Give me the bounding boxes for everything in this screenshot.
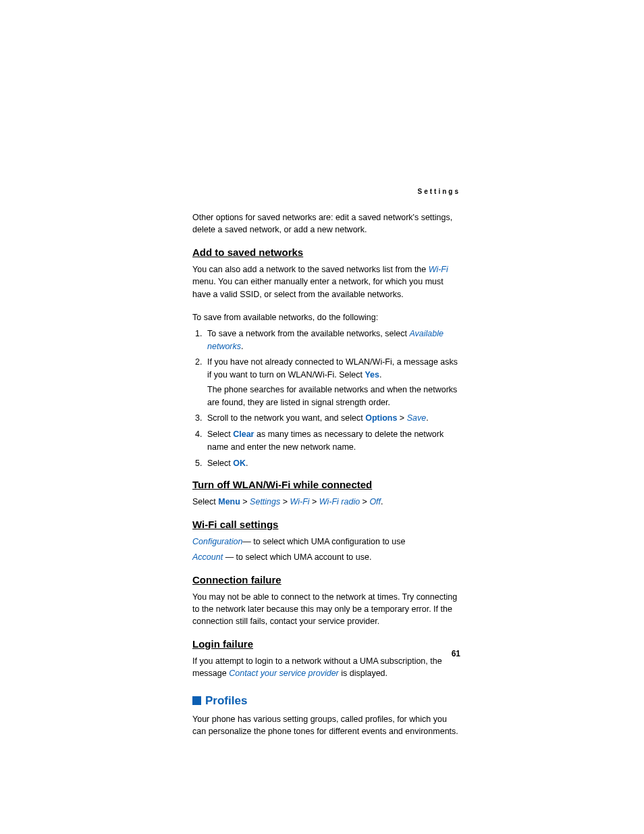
- paragraph: Select Menu > Settings > Wi-Fi > Wi-Fi r…: [192, 496, 460, 508]
- heading-profiles: Profiles: [192, 694, 460, 708]
- text: .: [246, 459, 248, 468]
- list-item: Scroll to the network you want, and sele…: [205, 412, 460, 425]
- intro-paragraph: Other options for saved networks are: ed…: [192, 211, 460, 236]
- link-ok[interactable]: OK: [233, 459, 246, 468]
- text: >: [360, 497, 369, 506]
- link-settings[interactable]: Settings: [250, 497, 280, 506]
- link-configuration[interactable]: Configuration: [192, 537, 242, 546]
- link-yes[interactable]: Yes: [365, 370, 379, 380]
- header-label: Settings: [192, 188, 460, 195]
- link-menu[interactable]: Menu: [218, 497, 240, 506]
- link-wifi[interactable]: Wi-Fi: [290, 497, 310, 506]
- text: .: [241, 342, 243, 351]
- text: To save a network from the available net…: [207, 329, 409, 338]
- paragraph: The phone searches for available network…: [207, 384, 460, 409]
- heading-turn-off-wlan: Turn off WLAN/Wi-Fi while connected: [192, 479, 460, 490]
- heading-wifi-call-settings: Wi-Fi call settings: [192, 519, 460, 530]
- square-bullet-icon: [192, 696, 201, 705]
- text: >: [240, 497, 250, 506]
- text: You can also add a network to the saved …: [192, 265, 429, 274]
- text: — to select which UMA account to use.: [223, 552, 371, 562]
- text: .: [426, 413, 428, 423]
- heading-connection-failure: Connection failure: [192, 574, 460, 585]
- ordered-list: To save a network from the available net…: [192, 328, 460, 470]
- text: If you have not already connected to WLA…: [207, 357, 458, 380]
- text: >: [280, 497, 290, 506]
- paragraph: If you attempt to login to a network wit…: [192, 655, 460, 679]
- paragraph: Configuration— to select which UMA confi…: [192, 536, 460, 548]
- heading-add-to-saved-networks: Add to saved networks: [192, 246, 460, 258]
- link-contact-provider[interactable]: Contact your service provider: [229, 669, 339, 678]
- link-off[interactable]: Off: [369, 497, 381, 506]
- paragraph: Your phone has various setting groups, c…: [192, 713, 460, 737]
- text: .: [379, 370, 381, 380]
- text: >: [310, 497, 319, 506]
- list-item: To save a network from the available net…: [205, 328, 460, 353]
- paragraph: You can also add a network to the saved …: [192, 263, 460, 300]
- text: is displayed.: [339, 669, 387, 678]
- document-page: Settings Other options for saved network…: [0, 0, 644, 834]
- text: menu. You can either manually enter a ne…: [192, 277, 444, 298]
- text: Select: [207, 459, 233, 468]
- link-save[interactable]: Save: [407, 413, 427, 423]
- paragraph: Account — to select which UMA account to…: [192, 551, 460, 563]
- paragraph: To save from available networks, do the …: [192, 311, 460, 323]
- text: Select: [192, 497, 218, 506]
- text: Select: [207, 429, 233, 439]
- link-wifi[interactable]: Wi-Fi: [429, 265, 448, 274]
- link-wifi-radio[interactable]: Wi-Fi radio: [319, 497, 360, 506]
- page-number: 61: [452, 649, 460, 658]
- list-item: If you have not already connected to WLA…: [205, 356, 460, 409]
- text: >: [397, 413, 406, 423]
- heading-login-failure: Login failure: [192, 638, 460, 650]
- paragraph: You may not be able to connect to the ne…: [192, 591, 460, 627]
- link-account[interactable]: Account: [192, 552, 223, 562]
- link-options[interactable]: Options: [365, 413, 397, 423]
- text: Scroll to the network you want, and sele…: [207, 413, 365, 423]
- heading-text: Profiles: [205, 694, 247, 707]
- link-clear[interactable]: Clear: [233, 429, 254, 439]
- list-item: Select Clear as many times as necessary …: [205, 428, 460, 454]
- list-item: Select OK.: [205, 457, 460, 470]
- text: .: [381, 497, 383, 506]
- text: — to select which UMA configuration to u…: [242, 537, 405, 546]
